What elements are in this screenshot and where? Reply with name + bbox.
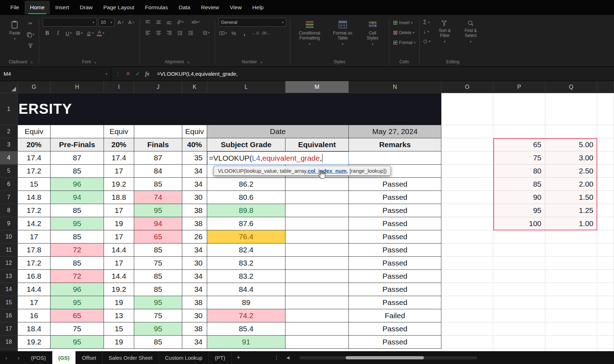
cell-N7[interactable]: Passed bbox=[349, 191, 441, 204]
row-header-8[interactable]: 8 bbox=[0, 204, 18, 217]
cell-N15[interactable]: Passed bbox=[349, 296, 441, 309]
cell-P14[interactable] bbox=[493, 283, 545, 296]
increase-indent-button[interactable] bbox=[186, 28, 195, 37]
cell-L18[interactable]: 91 bbox=[207, 336, 285, 349]
increase-decimal-button[interactable]: ←.0 bbox=[251, 29, 260, 37]
horizontal-scrollbar[interactable] bbox=[299, 356, 477, 359]
decrease-indent-button[interactable] bbox=[175, 28, 185, 37]
insert-function-button[interactable]: fx bbox=[145, 71, 149, 77]
cell-J10[interactable]: 65 bbox=[134, 230, 182, 243]
delete-cells-button[interactable]: ⊠Delete▾ bbox=[393, 29, 416, 36]
cell-partial18[interactable] bbox=[597, 336, 614, 349]
cell-P6[interactable]: 85 bbox=[493, 178, 545, 191]
cell-J3[interactable]: Finals bbox=[134, 138, 182, 151]
cell-Q13[interactable] bbox=[545, 270, 597, 283]
cell-M11[interactable] bbox=[285, 243, 349, 257]
font-dialog-launcher[interactable]: ↘ bbox=[94, 60, 96, 64]
cell-H15[interactable]: 95 bbox=[51, 296, 104, 309]
cell-J7[interactable]: 74 bbox=[134, 191, 182, 204]
cell-H16[interactable]: 65 bbox=[51, 309, 104, 322]
paste-button[interactable]: Paste ▾ bbox=[6, 18, 23, 43]
accounting-format-button[interactable]: ▾ bbox=[219, 29, 228, 37]
underline-button[interactable]: U▾ bbox=[64, 29, 73, 37]
alignment-dialog-launcher[interactable]: ↘ bbox=[187, 60, 189, 64]
cell-P1[interactable] bbox=[493, 93, 545, 125]
merge-center-button[interactable]: ⊟▾ bbox=[202, 28, 211, 37]
cancel-entry-button[interactable]: ✕ bbox=[126, 70, 130, 77]
cell-M12[interactable] bbox=[285, 257, 349, 270]
cell-P2[interactable] bbox=[493, 125, 545, 138]
format-painter-button[interactable] bbox=[26, 41, 35, 50]
cell-partial15[interactable] bbox=[597, 296, 614, 309]
row-header-18[interactable]: 18 bbox=[0, 336, 18, 349]
number-format-combo[interactable]: General▾ bbox=[219, 18, 286, 27]
find-select-button[interactable]: Find & Select ▾ bbox=[459, 18, 482, 46]
row-header-13[interactable]: 13 bbox=[0, 270, 18, 283]
name-box[interactable]: M4 ▾ bbox=[0, 67, 111, 81]
cell-O13[interactable] bbox=[441, 270, 493, 283]
cell-Q7[interactable]: 1.50 bbox=[545, 191, 597, 204]
cell-I18[interactable]: 19 bbox=[104, 336, 134, 349]
cell-Q4[interactable]: 3.00 bbox=[545, 151, 597, 165]
cell-G5[interactable]: 17.2 bbox=[18, 165, 51, 178]
cell-J14[interactable]: 85 bbox=[134, 283, 182, 296]
sheet-tab-sales-order-sheet[interactable]: Sales Order Sheet bbox=[103, 351, 159, 364]
row-header-16[interactable]: 16 bbox=[0, 309, 18, 322]
cell-G6[interactable]: 15 bbox=[18, 178, 51, 191]
cell-J16[interactable]: 75 bbox=[134, 309, 182, 322]
cell-partial13[interactable] bbox=[597, 270, 614, 283]
cell-partial-bottom-3[interactable] bbox=[134, 349, 182, 351]
cell-K12[interactable]: 30 bbox=[182, 257, 207, 270]
cell-J4[interactable]: 87 bbox=[134, 151, 182, 165]
cut-button[interactable]: ✂ bbox=[26, 19, 35, 28]
cell-O5[interactable] bbox=[441, 165, 493, 178]
cell-partial-bottom-1[interactable] bbox=[51, 349, 104, 351]
cell-O6[interactable] bbox=[441, 178, 493, 191]
cell-J15[interactable]: 95 bbox=[134, 296, 182, 309]
cell-Q17[interactable] bbox=[545, 322, 597, 336]
cell-O12[interactable] bbox=[441, 257, 493, 270]
row-header-14[interactable]: 14 bbox=[0, 283, 18, 296]
select-all-corner[interactable] bbox=[0, 81, 18, 93]
menu-tab-file[interactable]: File bbox=[5, 1, 25, 14]
cell-O11[interactable] bbox=[441, 243, 493, 257]
cell-partial2[interactable] bbox=[597, 125, 614, 138]
cell-partial-bottom-5[interactable] bbox=[207, 349, 285, 351]
cell-K13[interactable]: 34 bbox=[182, 270, 207, 283]
cell-partial5[interactable] bbox=[597, 165, 614, 178]
sheet-tab-pos[interactable]: (POS) bbox=[25, 351, 52, 364]
cell-partial-bottom-2[interactable] bbox=[104, 349, 134, 351]
cell-Q18[interactable] bbox=[545, 336, 597, 349]
cell-L11[interactable]: 82.4 bbox=[207, 243, 285, 257]
orientation-button[interactable]: ab▾ bbox=[175, 18, 185, 26]
cell-N18[interactable]: Passed bbox=[349, 336, 441, 349]
cell-I4[interactable]: 17.4 bbox=[104, 151, 134, 165]
cell-N4[interactable] bbox=[349, 151, 441, 165]
cell-M8[interactable] bbox=[285, 204, 349, 217]
align-top-button[interactable] bbox=[143, 18, 153, 26]
title-cell[interactable]: ERSITY bbox=[18, 93, 441, 125]
menu-tab-home[interactable]: Home bbox=[25, 1, 50, 14]
cell-O16[interactable] bbox=[441, 309, 493, 322]
column-header-H[interactable]: H bbox=[51, 81, 104, 93]
cell-H12[interactable]: 85 bbox=[51, 257, 104, 270]
cell-Q11[interactable] bbox=[545, 243, 597, 257]
borders-button[interactable]: ⊞▾ bbox=[75, 29, 84, 37]
cell-Q5[interactable]: 2.50 bbox=[545, 165, 597, 178]
new-sheet-button[interactable]: + bbox=[232, 354, 246, 362]
cell-styles-button[interactable]: Cell Styles ▾ bbox=[360, 18, 385, 48]
cell-H13[interactable]: 72 bbox=[51, 270, 104, 283]
cell-M16[interactable] bbox=[285, 309, 349, 322]
cell-K6[interactable]: 34 bbox=[182, 178, 207, 191]
cell-I10[interactable]: 17 bbox=[104, 230, 134, 243]
decrease-font-size-button[interactable]: A˅ bbox=[127, 18, 136, 27]
align-right-button[interactable] bbox=[165, 28, 174, 37]
cell-O15[interactable] bbox=[441, 296, 493, 309]
font-size-combo[interactable]: 10▾ bbox=[98, 18, 115, 27]
cell-P15[interactable] bbox=[493, 296, 545, 309]
cell-L8[interactable]: 89.8 bbox=[207, 204, 285, 217]
menu-tab-draw[interactable]: Draw bbox=[74, 1, 98, 14]
menu-tab-help[interactable]: Help bbox=[247, 1, 269, 14]
cell-partial-bottom-4[interactable] bbox=[182, 349, 207, 351]
cell-partial-bottom-7[interactable] bbox=[349, 349, 441, 351]
